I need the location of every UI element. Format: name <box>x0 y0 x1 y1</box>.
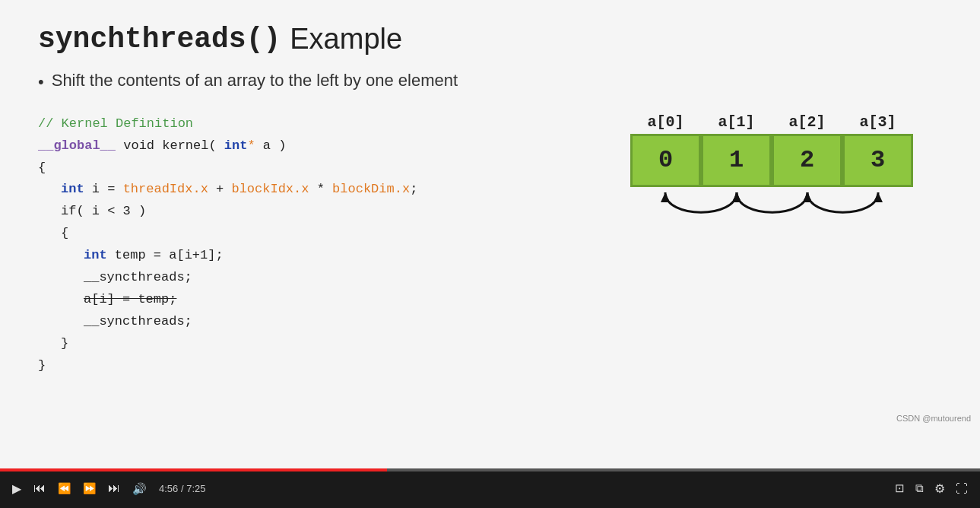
arrows-area <box>630 189 913 242</box>
volume-icon <box>132 481 147 497</box>
skip-forward-button[interactable]: ⏭ <box>105 478 123 498</box>
settings-button[interactable] <box>931 478 948 500</box>
play-button[interactable] <box>9 478 24 500</box>
prev-frame-icon: ⏪ <box>58 482 71 494</box>
skip-forward-icon: ⏭ <box>108 481 120 495</box>
captions-button[interactable]: ⊡ <box>892 478 908 498</box>
array-label-3: a[3] <box>842 113 913 131</box>
array-label-0: a[0] <box>630 113 701 131</box>
fullscreen-button[interactable] <box>953 478 971 500</box>
code-line-int-temp: int temp = a[i+1]; <box>84 245 592 267</box>
array-box-0: 0 <box>630 134 701 187</box>
right-controls: ⊡ ⧉ <box>892 478 971 500</box>
code-line-a-assign: a[i] = temp; <box>84 289 592 311</box>
bullet-text: Shift the contents of an array to the le… <box>52 71 458 90</box>
settings-icon <box>934 481 945 497</box>
code-line-synch1: __syncthreads; <box>84 267 592 289</box>
watermark: CSDN @mutourend <box>896 414 971 423</box>
svg-marker-4 <box>803 192 812 202</box>
arrows-svg <box>630 189 913 242</box>
controls-bar: ⏮ ⏪ ⏩ ⏭ 4:56 / 7:25 ⊡ <box>0 468 980 508</box>
array-label-2: a[2] <box>772 113 842 131</box>
diagram-section: a[0] a[1] a[2] a[3] 0 1 2 3 <box>623 113 942 242</box>
code-line-synch2: __syncthreads; <box>84 311 592 333</box>
code-line-global: __global__ void kernel( int * a ) <box>38 135 592 157</box>
svg-marker-5 <box>874 192 883 202</box>
array-box-3: 3 <box>842 134 913 187</box>
volume-button[interactable] <box>129 478 150 500</box>
pip-icon: ⧉ <box>915 481 924 495</box>
time-total: 7:25 <box>186 483 205 494</box>
fullscreen-icon <box>956 481 968 497</box>
next-frame-button[interactable]: ⏩ <box>80 479 99 497</box>
array-label-1: a[1] <box>701 113 772 131</box>
pip-button[interactable]: ⧉ <box>912 478 927 498</box>
progress-bar-fill <box>0 468 387 471</box>
progress-bar-container[interactable] <box>0 468 980 471</box>
svg-marker-0 <box>661 192 670 202</box>
title-code: synchthreads() <box>38 23 281 56</box>
code-line-if: if( i < 3 ) <box>61 201 592 223</box>
code-line-comment: // Kernel Definition <box>38 113 592 135</box>
content-area: // Kernel Definition __global__ void ker… <box>38 113 942 377</box>
skip-back-icon: ⏮ <box>33 481 46 495</box>
code-line-int-i: int i = threadIdx.x + blockIdx.x * block… <box>61 179 592 201</box>
title-text: Example <box>290 23 402 56</box>
bullet-point: • Shift the contents of an array to the … <box>38 71 942 94</box>
svg-marker-2 <box>732 192 741 202</box>
slide-area: synchthreads() Example • Shift the conte… <box>0 0 980 468</box>
prev-frame-button[interactable]: ⏪ <box>55 479 74 497</box>
next-frame-icon: ⏩ <box>83 482 96 494</box>
array-boxes: 0 1 2 3 <box>630 134 913 187</box>
captions-icon: ⊡ <box>895 481 905 495</box>
video-container: synchthreads() Example • Shift the conte… <box>0 0 980 508</box>
code-line-brace-close1: } <box>61 333 592 355</box>
code-line-brace-open: { <box>38 157 592 179</box>
time-display: 4:56 / 7:25 <box>159 483 205 494</box>
code-section: // Kernel Definition __global__ void ker… <box>38 113 592 377</box>
skip-back-button[interactable]: ⏮ <box>30 478 49 498</box>
play-icon <box>12 481 21 497</box>
slide-title: synchthreads() Example <box>38 23 942 56</box>
array-box-2: 2 <box>772 134 842 187</box>
array-labels: a[0] a[1] a[2] a[3] <box>630 113 913 131</box>
code-line-brace-open2: { <box>61 223 592 245</box>
code-line-brace-close2: } <box>38 355 592 377</box>
bullet-dot: • <box>38 71 44 94</box>
array-box-1: 1 <box>701 134 772 187</box>
time-current: 4:56 <box>159 483 178 494</box>
